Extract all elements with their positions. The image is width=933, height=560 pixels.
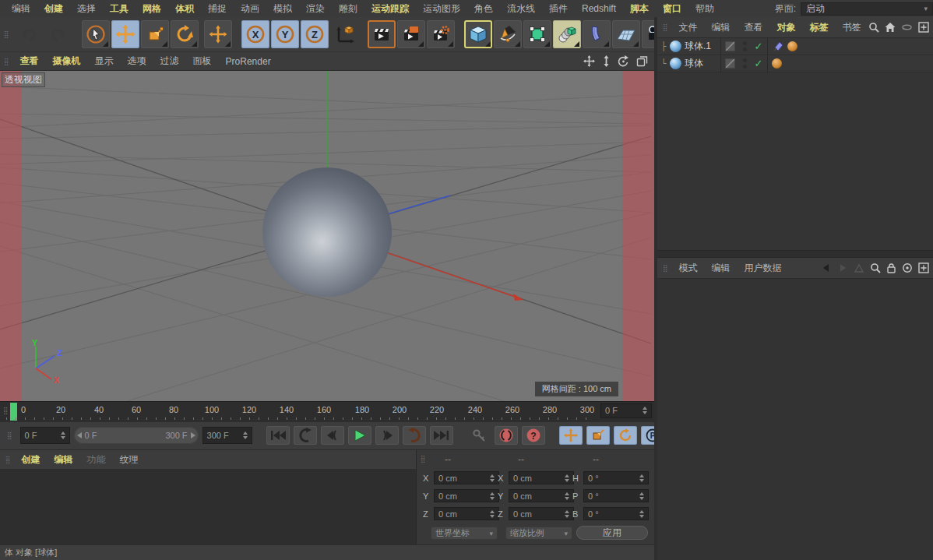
arrow-up-icon[interactable] [854,262,864,273]
stepper-icon[interactable] [639,510,644,518]
coord-system-dropdown[interactable]: 世界坐标 ▾ [431,527,498,540]
object-name[interactable]: 球体.1 [681,40,720,53]
range-right-arrow-icon[interactable] [191,432,195,438]
menu-script[interactable]: 脚本 [623,2,656,16]
visibility-toggles[interactable] [739,38,750,55]
lock-icon[interactable] [886,262,896,273]
key-rotation-button[interactable] [614,426,637,445]
om-menu-edit[interactable]: 编辑 [705,21,738,34]
axis-x-lock-button[interactable]: X [241,20,269,48]
pos-z-field[interactable]: 0 cm [434,507,499,520]
menu-render[interactable]: 渲染 [299,2,332,16]
goto-end-button[interactable] [430,426,453,445]
array-generator-button[interactable] [553,20,581,48]
pos-y-field[interactable]: 0 cm [434,489,499,502]
attr-menu-edit[interactable]: 编辑 [705,262,738,275]
toolbar-drag-handle[interactable] [4,30,9,38]
menu-help[interactable]: 帮助 [688,2,721,16]
bend-deformer-button[interactable] [583,20,611,48]
mat-menu-texture[interactable]: 纹理 [113,453,146,467]
stepper-icon[interactable] [643,407,647,414]
vp-menu-panel[interactable]: 面板 [186,55,219,68]
end-frame-spinner[interactable]: 300 F [202,427,252,444]
render-picture-viewer-button[interactable] [397,20,425,48]
menu-tools[interactable]: 工具 [103,2,136,16]
mat-menu-edit[interactable]: 编辑 [48,453,80,467]
transform-mode-dropdown[interactable]: 缩放比例 ▾ [505,527,572,540]
pen-spline-button[interactable] [494,20,522,48]
scale-x-field[interactable]: 0 cm [509,471,574,484]
attr-menu-userdata[interactable]: 用户数据 [738,262,789,275]
menu-character[interactable]: 角色 [467,2,500,16]
object-row[interactable]: 球体.1 ✓ [657,38,933,55]
menu-pipeline[interactable]: 流水线 [500,2,542,16]
layer-cell[interactable] [720,55,739,72]
zoom-icon[interactable] [602,55,611,67]
viewport[interactable]: 透视视图 网格间距 : 100 cm Y Z X [0,71,654,400]
menu-mesh[interactable]: 网格 [136,2,168,16]
plus-icon[interactable] [918,22,929,33]
goto-prev-frame-button[interactable] [321,426,344,445]
target-icon[interactable] [902,262,913,273]
ruler-drag-handle[interactable] [3,407,9,414]
menu-select[interactable]: 选择 [70,2,103,16]
pan-icon[interactable] [583,55,595,67]
pos-x-field[interactable]: 0 cm [434,471,499,484]
axis-y-lock-button[interactable]: Y [271,20,299,48]
range-left-arrow-icon[interactable] [77,432,82,438]
floor-button[interactable] [612,20,640,48]
goto-next-key-button[interactable] [403,426,426,445]
sphere-object[interactable] [262,167,392,297]
attribute-drag-handle[interactable] [663,264,668,272]
menu-create[interactable]: 创建 [37,2,70,16]
history-forward-icon[interactable] [837,262,848,273]
om-menu-bookmarks[interactable]: 书签 [836,21,868,34]
menu-animate[interactable]: 动画 [234,2,266,16]
redo-button[interactable] [44,20,72,48]
phong-tag-icon[interactable] [787,41,797,51]
tree-branch-icon[interactable] [657,41,670,51]
material-list-area[interactable] [0,470,416,544]
menu-window[interactable]: 窗口 [656,2,688,16]
stepper-icon[interactable] [639,474,644,482]
expression-tag-icon[interactable] [772,41,784,52]
goto-next-frame-button[interactable] [375,426,399,445]
om-menu-file[interactable]: 文件 [672,21,705,34]
enable-check-icon[interactable]: ✓ [750,55,767,72]
object-row[interactable]: 球体 ✓ [657,55,933,72]
coordinates-drag-handle[interactable] [421,455,426,463]
orbit-icon[interactable] [618,55,629,67]
menu-snap[interactable]: 捕捉 [201,2,234,16]
menu-simulate[interactable]: 模拟 [266,2,299,16]
vp-menu-view[interactable]: 查看 [13,55,46,68]
phong-tag-icon[interactable] [772,58,782,69]
autokey-button[interactable] [495,426,518,445]
menu-sculpt[interactable]: 雕刻 [332,2,364,16]
undo-button[interactable] [15,20,43,48]
record-key-button[interactable] [467,426,491,445]
visibility-toggles[interactable] [739,55,750,72]
menu-redshift[interactable]: Redshift [575,3,623,14]
material-drag-handle[interactable] [5,456,11,463]
last-tool-button[interactable] [204,20,232,48]
search-icon[interactable] [870,262,881,273]
apply-button[interactable]: 应用 [576,526,648,540]
vp-menu-options[interactable]: 选项 [121,55,153,68]
menu-plugins[interactable]: 插件 [542,2,575,16]
coordinate-system-button[interactable] [330,20,358,48]
mat-menu-create[interactable]: 创建 [15,453,48,467]
rot-b-field[interactable]: 0 ° [583,507,649,520]
timeline-playhead[interactable] [10,403,17,421]
transport-drag-handle[interactable] [7,431,12,439]
preview-range-slider[interactable]: 0 F 300 F [74,427,199,444]
live-selection-button[interactable] [82,20,110,48]
layer-cell[interactable] [720,38,739,55]
maximize-icon[interactable] [636,55,648,67]
render-view-button[interactable] [368,20,396,48]
menu-volume[interactable]: 体积 [168,2,201,16]
scale-z-field[interactable]: 0 cm [509,507,574,520]
vp-menu-filter[interactable]: 过滤 [153,55,186,68]
stepper-icon[interactable] [565,474,569,482]
search-icon[interactable] [868,22,879,33]
rotate-tool-button[interactable] [171,20,199,48]
